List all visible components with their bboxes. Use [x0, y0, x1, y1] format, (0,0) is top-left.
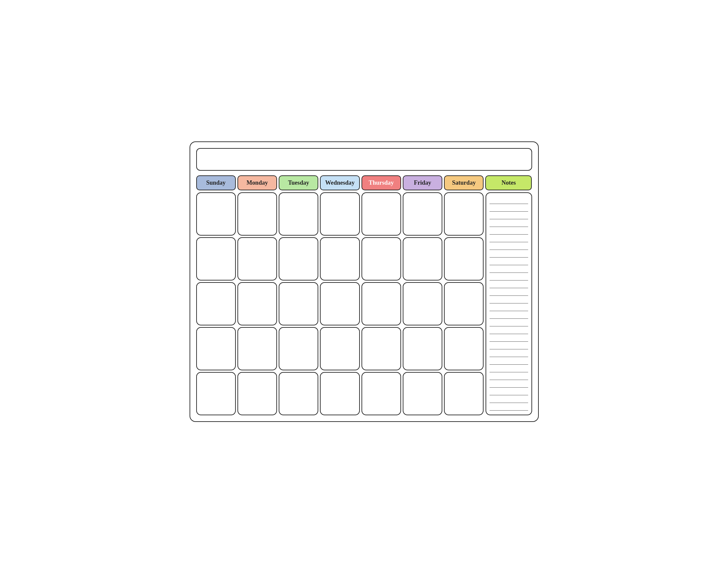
notes-line-18 — [490, 327, 528, 334]
day-cell-r3c5[interactable] — [362, 282, 401, 326]
day-cell-r1c3[interactable] — [279, 192, 318, 235]
day-cell-r4c7[interactable] — [444, 327, 484, 370]
day-cell-r2c7[interactable] — [444, 237, 484, 280]
notes-line-24 — [490, 373, 528, 380]
header-monday: Monday — [237, 175, 277, 190]
header-thursday: Thursday — [362, 175, 401, 190]
notes-line-27 — [490, 396, 528, 403]
header-sunday: Sunday — [196, 175, 236, 190]
notes-line-26 — [490, 388, 528, 395]
notes-line-6 — [490, 235, 528, 242]
notes-line-1 — [490, 197, 528, 204]
notes-line-28 — [490, 403, 528, 411]
days-grid — [196, 192, 484, 415]
notes-line-8 — [490, 250, 528, 257]
notes-line-19 — [490, 335, 528, 342]
notes-line-11 — [490, 273, 528, 280]
notes-line-23 — [490, 365, 528, 372]
day-cell-r5c5[interactable] — [362, 372, 401, 415]
notes-line-2 — [490, 204, 528, 211]
day-cell-r2c6[interactable] — [403, 237, 442, 280]
day-cell-r4c5[interactable] — [362, 327, 401, 370]
notes-line-25 — [490, 380, 528, 388]
notes-line-7 — [490, 242, 528, 250]
header-saturday: Saturday — [444, 175, 484, 190]
notes-line-17 — [490, 319, 528, 327]
day-cell-r2c3[interactable] — [279, 237, 318, 280]
day-cell-r2c1[interactable] — [196, 237, 236, 280]
notes-line-10 — [490, 265, 528, 273]
day-cell-r2c5[interactable] — [362, 237, 401, 280]
day-cell-r1c4[interactable] — [320, 192, 360, 235]
notes-line-16 — [490, 312, 528, 319]
notes-line-12 — [490, 281, 528, 288]
notes-line-4 — [490, 219, 528, 227]
notes-line-13 — [490, 289, 528, 296]
notes-column[interactable] — [486, 192, 532, 415]
day-cell-r1c2[interactable] — [237, 192, 277, 235]
notes-line-3 — [490, 212, 528, 219]
header-friday: Friday — [403, 175, 442, 190]
day-cell-r3c1[interactable] — [196, 282, 236, 326]
day-cell-r5c3[interactable] — [279, 372, 318, 415]
day-cell-r4c2[interactable] — [237, 327, 277, 370]
day-cell-r1c5[interactable] — [362, 192, 401, 235]
day-cell-r3c7[interactable] — [444, 282, 484, 326]
day-cell-r3c6[interactable] — [403, 282, 442, 326]
header-row: Sunday Monday Tuesday Wednesday Thursday… — [196, 175, 532, 190]
notes-line-15 — [490, 304, 528, 311]
notes-line-14 — [490, 296, 528, 304]
notes-line-21 — [490, 350, 528, 357]
calendar-wrapper: Sunday Monday Tuesday Wednesday Thursday… — [190, 141, 539, 422]
day-cell-r5c2[interactable] — [237, 372, 277, 415]
day-cell-r1c7[interactable] — [444, 192, 484, 235]
day-cell-r2c2[interactable] — [237, 237, 277, 280]
day-cell-r4c6[interactable] — [403, 327, 442, 370]
day-cell-r1c6[interactable] — [403, 192, 442, 235]
header-wednesday: Wednesday — [320, 175, 360, 190]
title-bar[interactable] — [196, 148, 532, 171]
day-cell-r4c3[interactable] — [279, 327, 318, 370]
day-cell-r3c4[interactable] — [320, 282, 360, 326]
day-cell-r5c4[interactable] — [320, 372, 360, 415]
notes-lines-container — [490, 196, 528, 411]
day-cell-r4c1[interactable] — [196, 327, 236, 370]
calendar-body — [196, 192, 532, 415]
day-cell-r1c1[interactable] — [196, 192, 236, 235]
day-cell-r2c4[interactable] — [320, 237, 360, 280]
notes-line-22 — [490, 357, 528, 365]
header-tuesday: Tuesday — [279, 175, 318, 190]
day-cell-r3c2[interactable] — [237, 282, 277, 326]
day-cell-r5c1[interactable] — [196, 372, 236, 415]
notes-line-5 — [490, 227, 528, 234]
notes-line-9 — [490, 258, 528, 265]
day-cell-r4c4[interactable] — [320, 327, 360, 370]
notes-line-20 — [490, 342, 528, 350]
header-notes: Notes — [485, 175, 532, 190]
day-cell-r5c6[interactable] — [403, 372, 442, 415]
day-cell-r5c7[interactable] — [444, 372, 484, 415]
day-cell-r3c3[interactable] — [279, 282, 318, 326]
